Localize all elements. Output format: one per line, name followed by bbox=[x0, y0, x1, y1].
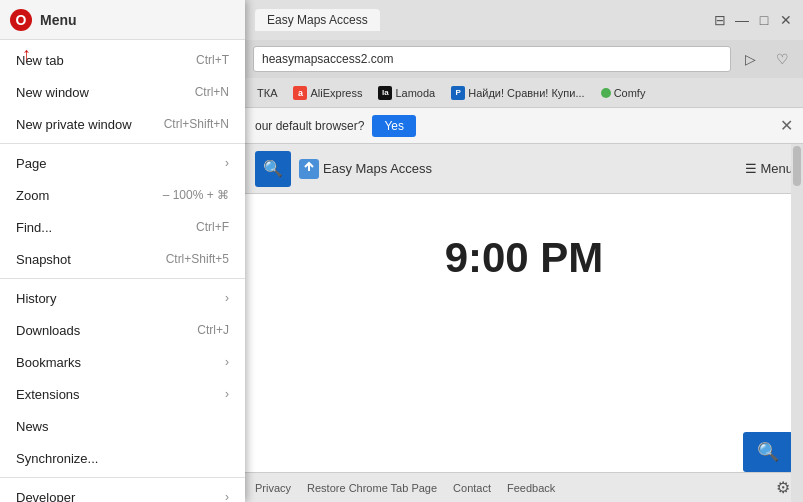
notification-bar: our default browser? Yes ✕ bbox=[245, 108, 803, 144]
browser-tab[interactable]: Easy Maps Access bbox=[255, 9, 380, 31]
easymaps-menu-label: ☰ Menu bbox=[745, 161, 793, 176]
page-footer: Privacy Restore Chrome Tab Page Contact … bbox=[245, 472, 803, 502]
menu-item-bookmarks-label: Bookmarks bbox=[16, 355, 225, 370]
bookmark-pricehunter[interactable]: P Найди! Сравни! Купи... bbox=[447, 84, 588, 102]
notification-text: our default browser? bbox=[255, 119, 364, 133]
menu-item-new-window[interactable]: New window Ctrl+N bbox=[0, 76, 245, 108]
heart-button[interactable]: ♡ bbox=[769, 46, 795, 72]
page-arrow-icon: › bbox=[225, 156, 229, 170]
opera-logo-icon: O bbox=[10, 9, 32, 31]
menu-item-zoom-label: Zoom bbox=[16, 188, 163, 203]
bookmark-comfy-label: Comfy bbox=[614, 87, 646, 99]
menu-item-history-label: History bbox=[16, 291, 225, 306]
extensions-arrow-icon: › bbox=[225, 387, 229, 401]
bookmark-aliexpress-label: AliExpress bbox=[310, 87, 362, 99]
time-text: 9:00 PM bbox=[445, 234, 604, 281]
menu-item-news-label: News bbox=[16, 419, 229, 434]
menu-item-new-tab-shortcut: Ctrl+T bbox=[196, 53, 229, 67]
menu-item-downloads[interactable]: Downloads Ctrl+J bbox=[0, 314, 245, 346]
close-button[interactable]: ✕ bbox=[779, 13, 793, 27]
notification-yes-button[interactable]: Yes bbox=[372, 115, 416, 137]
bookmarks-arrow-icon: › bbox=[225, 355, 229, 369]
menu-header: O Menu bbox=[0, 0, 245, 40]
restore-link[interactable]: Restore Chrome Tab Page bbox=[307, 482, 437, 494]
maximize-button[interactable]: □ bbox=[757, 13, 771, 27]
menu-item-zoom-shortcut: – 100% + ⌘ bbox=[163, 188, 229, 202]
menu-item-extensions[interactable]: Extensions › bbox=[0, 378, 245, 410]
bookmark-tka[interactable]: ТКА bbox=[253, 85, 281, 101]
menu-item-history[interactable]: History › bbox=[0, 282, 245, 314]
menu-item-zoom[interactable]: Zoom – 100% + ⌘ bbox=[0, 179, 245, 211]
menu-item-new-private-window-label: New private window bbox=[16, 117, 164, 132]
minimize-button[interactable]: — bbox=[735, 13, 749, 27]
menu-divider-2 bbox=[0, 278, 245, 279]
page-search-button[interactable]: 🔍 bbox=[743, 432, 793, 472]
menu-item-synchronize-label: Synchronize... bbox=[16, 451, 229, 466]
page-bottom-search: 🔍 bbox=[743, 432, 793, 472]
opera-menu-overlay: O Menu New tab Ctrl+T New window Ctrl+N … bbox=[0, 0, 245, 502]
easymaps-menu-button[interactable]: ☰ Menu bbox=[745, 161, 793, 176]
top-red-arrow-icon: ↑ bbox=[22, 44, 31, 65]
privacy-link[interactable]: Privacy bbox=[255, 482, 291, 494]
window-controls: ⊟ — □ ✕ bbox=[713, 13, 793, 27]
aliexpress-icon: a bbox=[293, 86, 307, 100]
menu-item-find-label: Find... bbox=[16, 220, 196, 235]
menu-divider-1 bbox=[0, 143, 245, 144]
menu-item-find[interactable]: Find... Ctrl+F bbox=[0, 211, 245, 243]
developer-arrow-icon: › bbox=[225, 490, 229, 502]
menu-item-developer[interactable]: Developer › bbox=[0, 481, 245, 502]
menu-item-new-private-window-shortcut: Ctrl+Shift+N bbox=[164, 117, 229, 131]
feedback-link[interactable]: Feedback bbox=[507, 482, 555, 494]
tab-label: Easy Maps Access bbox=[267, 13, 368, 27]
contact-link[interactable]: Contact bbox=[453, 482, 491, 494]
easymaps-search-button[interactable]: 🔍 bbox=[255, 151, 291, 187]
menu-item-snapshot[interactable]: Snapshot Ctrl+Shift+5 bbox=[0, 243, 245, 275]
menu-item-news[interactable]: News bbox=[0, 410, 245, 442]
menu-item-new-tab-label: New tab bbox=[16, 53, 196, 68]
bookmark-pricehunter-label: Найди! Сравни! Купи... bbox=[468, 87, 584, 99]
bookmark-aliexpress[interactable]: a AliExpress bbox=[289, 84, 366, 102]
address-bar-area: heasymapsaccess2.com ▷ ♡ bbox=[245, 40, 803, 78]
time-display: 9:00 PM bbox=[245, 194, 803, 302]
pin-button[interactable]: ⊟ bbox=[713, 13, 727, 27]
menu-item-page[interactable]: Page › bbox=[0, 147, 245, 179]
send-button[interactable]: ▷ bbox=[737, 46, 763, 72]
bookmark-tka-label: ТКА bbox=[257, 87, 277, 99]
menu-item-synchronize[interactable]: Synchronize... bbox=[0, 442, 245, 474]
notification-close-button[interactable]: ✕ bbox=[780, 116, 793, 135]
address-bar[interactable]: heasymapsaccess2.com bbox=[253, 46, 731, 72]
menu-item-new-window-label: New window bbox=[16, 85, 195, 100]
page-content: 🔍 Easy Maps Access ☰ Menu 9:00 PM 🔍 Priv… bbox=[245, 144, 803, 502]
menu-divider-3 bbox=[0, 477, 245, 478]
menu-item-new-private-window[interactable]: New private window Ctrl+Shift+N bbox=[0, 108, 245, 140]
easymaps-logo-icon bbox=[299, 159, 319, 179]
pricehunter-icon: P bbox=[451, 86, 465, 100]
menu-items-list: New tab Ctrl+T New window Ctrl+N New pri… bbox=[0, 40, 245, 502]
bookmark-comfy[interactable]: Comfy bbox=[597, 85, 650, 101]
browser-titlebar: Easy Maps Access ⊟ — □ ✕ bbox=[245, 0, 803, 40]
menu-item-snapshot-shortcut: Ctrl+Shift+5 bbox=[166, 252, 229, 266]
scrollbar[interactable] bbox=[791, 144, 803, 502]
menu-item-find-shortcut: Ctrl+F bbox=[196, 220, 229, 234]
easymaps-header: 🔍 Easy Maps Access ☰ Menu bbox=[245, 144, 803, 194]
bookmark-lamoda-label: Lamoda bbox=[395, 87, 435, 99]
bookmark-lamoda[interactable]: la Lamoda bbox=[374, 84, 439, 102]
settings-gear-icon[interactable]: ⚙ bbox=[773, 478, 793, 498]
menu-item-downloads-shortcut: Ctrl+J bbox=[197, 323, 229, 337]
menu-item-page-label: Page bbox=[16, 156, 225, 171]
lamoda-icon: la bbox=[378, 86, 392, 100]
comfy-icon bbox=[601, 88, 611, 98]
menu-item-snapshot-label: Snapshot bbox=[16, 252, 166, 267]
address-text: heasymapsaccess2.com bbox=[262, 52, 393, 66]
menu-title: Menu bbox=[40, 12, 77, 28]
easymaps-logo-text: Easy Maps Access bbox=[323, 161, 432, 176]
menu-item-downloads-label: Downloads bbox=[16, 323, 197, 338]
menu-item-extensions-label: Extensions bbox=[16, 387, 225, 402]
menu-item-bookmarks[interactable]: Bookmarks › bbox=[0, 346, 245, 378]
easymaps-logo: Easy Maps Access bbox=[299, 159, 432, 179]
menu-item-new-window-shortcut: Ctrl+N bbox=[195, 85, 229, 99]
menu-item-new-tab[interactable]: New tab Ctrl+T bbox=[0, 44, 245, 76]
scrollbar-thumb[interactable] bbox=[793, 146, 801, 186]
bookmarks-bar: ТКА a AliExpress la Lamoda P Найди! Срав… bbox=[245, 78, 803, 108]
menu-item-developer-label: Developer bbox=[16, 490, 225, 503]
